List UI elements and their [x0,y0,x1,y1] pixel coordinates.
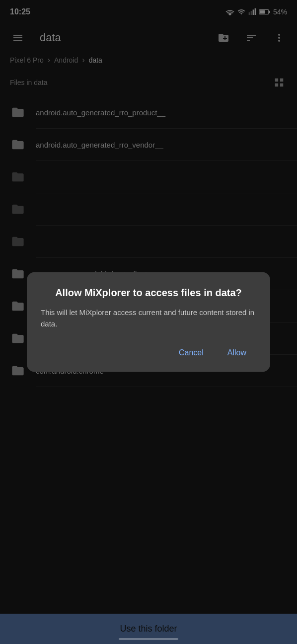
dialog-message: This will let MiXplorer access current a… [41,307,256,329]
permission-dialog: Allow MiXplorer to access files in data?… [27,272,270,372]
home-indicator [119,638,178,640]
cancel-button[interactable]: Cancel [169,343,214,362]
dialog-buttons: Cancel Allow [41,343,256,362]
dialog-title: Allow MiXplorer to access files in data? [41,286,256,299]
allow-button[interactable]: Allow [218,343,256,362]
